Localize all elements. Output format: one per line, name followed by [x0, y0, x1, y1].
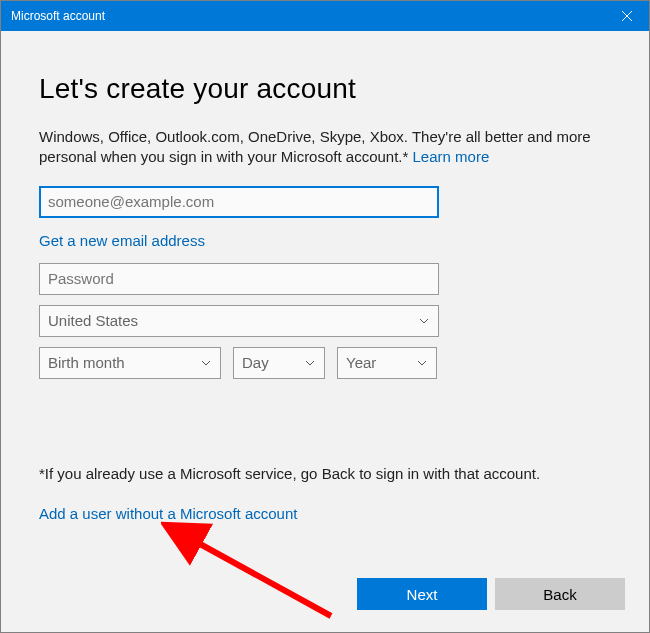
description-text: Windows, Office, Outlook.com, OneDrive, … — [39, 128, 591, 165]
dob-row: Birth month Day Year — [39, 347, 611, 379]
get-new-email-link[interactable]: Get a new email address — [39, 232, 205, 249]
svg-line-3 — [191, 539, 331, 616]
password-field[interactable] — [39, 263, 439, 295]
footer-note: *If you already use a Microsoft service,… — [39, 465, 611, 482]
annotation-arrow — [161, 521, 351, 631]
birth-day-select[interactable]: Day — [233, 347, 325, 379]
country-select[interactable]: United States — [39, 305, 439, 337]
chevron-down-icon — [416, 357, 428, 369]
chevron-down-icon — [304, 357, 316, 369]
close-icon — [622, 11, 632, 21]
title-bar: Microsoft account — [1, 1, 649, 31]
learn-more-link[interactable]: Learn more — [413, 148, 490, 165]
birth-year-label: Year — [346, 354, 376, 371]
back-button[interactable]: Back — [495, 578, 625, 610]
close-button[interactable] — [604, 1, 649, 31]
chevron-down-icon — [418, 315, 430, 327]
country-value: United States — [48, 312, 138, 329]
button-row: Next Back — [357, 578, 625, 610]
email-field[interactable] — [39, 186, 439, 218]
birth-year-select[interactable]: Year — [337, 347, 437, 379]
birth-month-select[interactable]: Birth month — [39, 347, 221, 379]
next-button[interactable]: Next — [357, 578, 487, 610]
add-user-without-msa-link[interactable]: Add a user without a Microsoft account — [39, 505, 297, 522]
description: Windows, Office, Outlook.com, OneDrive, … — [39, 127, 611, 168]
window-title: Microsoft account — [11, 9, 105, 23]
birth-month-label: Birth month — [48, 354, 125, 371]
chevron-down-icon — [200, 357, 212, 369]
dialog-content: Let's create your account Windows, Offic… — [1, 31, 649, 632]
birth-day-label: Day — [242, 354, 269, 371]
page-title: Let's create your account — [39, 73, 611, 105]
